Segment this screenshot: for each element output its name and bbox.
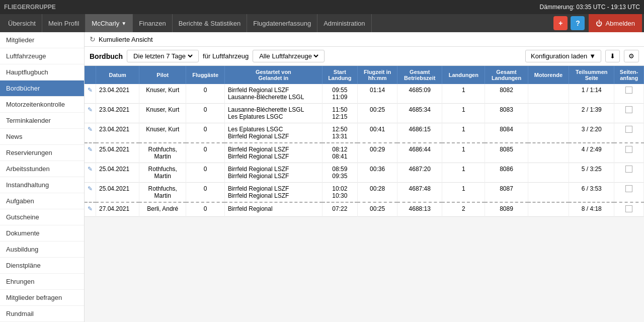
sidebar-item-hauptflugbuch[interactable]: Hauptflugbuch bbox=[0, 64, 84, 80]
edit-icon[interactable]: ✎ bbox=[88, 146, 93, 153]
aircraft-dropdown[interactable]: Alle LuftfahrzeugeHB-ABCHB-DEF bbox=[257, 52, 320, 60]
period-select[interactable]: Die letzten 7 TageHeuteLetzte WocheLetzt… bbox=[127, 50, 199, 62]
teilsummen-cell: 1 / 1:14 bbox=[569, 84, 614, 104]
flugzeit-cell: 00:36 bbox=[357, 163, 397, 183]
route-cell: Birrfeld Regional LSZFBirrfeld Regional … bbox=[224, 143, 322, 163]
col-gesamt-land: GesamtLandungen bbox=[485, 66, 528, 84]
seitenanfang-checkbox[interactable] bbox=[625, 166, 632, 173]
help-button[interactable]: ? bbox=[571, 16, 585, 30]
mccharly-dropdown-arrow: ▼ bbox=[121, 21, 126, 26]
time-cell: 08:1208:41 bbox=[322, 143, 357, 163]
col-teilsummen: TeilsummenSeite bbox=[569, 66, 614, 84]
seitenanfang-checkbox[interactable] bbox=[625, 146, 632, 153]
fluggaeste-cell: 0 bbox=[186, 123, 225, 143]
edit-icon[interactable]: ✎ bbox=[88, 185, 93, 192]
sidebar-item-aufgaben[interactable]: Aufgaben bbox=[0, 193, 84, 209]
sidebar-item-bordbücher[interactable]: Bordbücher bbox=[0, 80, 84, 97]
top-bar-right: Dämmerung: 03:35 UTC - 19:13 UTC bbox=[540, 4, 640, 11]
edit-cell: ✎ bbox=[85, 202, 96, 217]
seitenanfang-checkbox[interactable] bbox=[625, 205, 632, 212]
flugzeit-cell: 00:25 bbox=[357, 104, 397, 123]
aircraft-select[interactable]: Alle LuftfahrzeugeHB-ABCHB-DEF bbox=[253, 50, 325, 62]
time-cell: 10:0210:30 bbox=[322, 183, 357, 203]
motorende-cell bbox=[528, 143, 569, 163]
edit-cell: ✎ bbox=[85, 143, 96, 163]
col-motorende: Motorende bbox=[528, 66, 569, 84]
gesamt-landungen-cell: 8086 bbox=[485, 163, 528, 183]
datum-cell: 25.04.2021 bbox=[96, 163, 139, 183]
time-cell: 12:5013:31 bbox=[322, 123, 357, 143]
edit-icon[interactable]: ✎ bbox=[88, 126, 93, 133]
seitenanfang-cell bbox=[614, 84, 644, 104]
nav-item-flugdaten[interactable]: Flugdatenerfassung bbox=[247, 14, 317, 32]
sidebar-item-instandhaltung[interactable]: Instandhaltung bbox=[0, 177, 84, 193]
seitenanfang-checkbox[interactable] bbox=[625, 106, 632, 113]
add-button[interactable]: + bbox=[553, 16, 568, 30]
teilsummen-cell: 3 / 2:20 bbox=[569, 123, 614, 143]
edit-icon[interactable]: ✎ bbox=[88, 205, 93, 212]
sidebar-item-motorzeitenkontrolle[interactable]: Motorzeitenkontrolle bbox=[0, 97, 84, 113]
sidebar-item-terminkalender[interactable]: Terminkalender bbox=[0, 113, 84, 129]
edit-cell: ✎ bbox=[85, 163, 96, 183]
sidebar-item-ehrungen[interactable]: Ehrungen bbox=[0, 274, 84, 290]
sidebar-item-dienstpläne[interactable]: Dienstpläne bbox=[0, 258, 84, 274]
datum-cell: 27.04.2021 bbox=[96, 202, 139, 217]
sidebar-item-luftfahrzeuge[interactable]: Luftfahrzeuge bbox=[0, 48, 84, 64]
sidebar: MitgliederLuftfahrzeugeHauptflugbuchBord… bbox=[0, 32, 85, 322]
nav-item-mccharly[interactable]: McCharly ▼ bbox=[86, 14, 133, 32]
table-row: ✎27.04.2021Berli, André0Birrfeld Regiona… bbox=[85, 202, 644, 217]
table-container: Datum Pilot Fluggäste Gestartet vonGelan… bbox=[85, 66, 644, 322]
bordbuch-table: Datum Pilot Fluggäste Gestartet vonGelan… bbox=[85, 66, 644, 217]
motorende-cell bbox=[528, 123, 569, 143]
sidebar-item-rundmail[interactable]: Rundmail bbox=[0, 306, 84, 322]
seitenanfang-checkbox[interactable] bbox=[625, 185, 632, 192]
route-cell: Birrfeld Regional LSZFLausanne-Blécheret… bbox=[224, 84, 322, 104]
table-row: ✎23.04.2021Knuser, Kurt0Birrfeld Regiona… bbox=[85, 84, 644, 104]
route-cell: Birrfeld Regional LSZFBirrfeld Regional … bbox=[224, 163, 322, 183]
sidebar-item-arbeitsstunden[interactable]: Arbeitsstunden bbox=[0, 161, 84, 177]
edit-icon[interactable]: ✎ bbox=[88, 106, 93, 113]
edit-icon[interactable]: ✎ bbox=[88, 87, 93, 94]
sidebar-item-ausbildung[interactable]: Ausbildung bbox=[0, 242, 84, 258]
nav-item-mein-profil[interactable]: Mein Profil bbox=[42, 14, 86, 32]
nav-item-ubersicht[interactable]: Übersicht bbox=[2, 14, 42, 32]
teilsummen-cell: 4 / 2:49 bbox=[569, 143, 614, 163]
motorende-cell bbox=[528, 163, 569, 183]
sidebar-item-reservierungen[interactable]: Reservierungen bbox=[0, 145, 84, 161]
betriebszeit-cell: 4687:48 bbox=[397, 183, 442, 203]
fuer-label: für Luftfahrzeug bbox=[203, 52, 249, 60]
seitenanfang-cell bbox=[614, 183, 644, 203]
sidebar-item-dokumente[interactable]: Dokumente bbox=[0, 225, 84, 242]
nav-item-finanzen[interactable]: Finanzen bbox=[133, 14, 172, 32]
sidebar-item-mitglieder-befragen[interactable]: Mitglieder befragen bbox=[0, 290, 84, 306]
betriebszeit-cell: 4685:34 bbox=[397, 104, 442, 123]
nav-bar: Übersicht Mein Profil McCharly ▼ Finanze… bbox=[0, 14, 644, 32]
gesamt-landungen-cell: 8085 bbox=[485, 143, 528, 163]
edit-icon[interactable]: ✎ bbox=[88, 166, 93, 173]
flugzeit-cell: 00:28 bbox=[357, 183, 397, 203]
motorende-cell bbox=[528, 202, 569, 217]
sidebar-item-gutscheine[interactable]: Gutscheine bbox=[0, 209, 84, 225]
nav-item-berichte[interactable]: Berichte & Statistiken bbox=[173, 14, 248, 32]
download-button[interactable]: ⬇ bbox=[605, 50, 620, 62]
logout-button[interactable]: ⏻ Abmelden bbox=[589, 14, 642, 32]
sidebar-item-news[interactable]: News bbox=[0, 129, 84, 145]
edit-cell: ✎ bbox=[85, 104, 96, 123]
seitenanfang-cell bbox=[614, 202, 644, 217]
settings-button[interactable]: ⚙ bbox=[624, 50, 639, 62]
seitenanfang-checkbox[interactable] bbox=[625, 126, 632, 133]
power-icon: ⏻ bbox=[596, 20, 602, 27]
landungen-cell: 1 bbox=[442, 84, 485, 104]
table-row: ✎23.04.2021Knuser, Kurt0Les Eplatures LS… bbox=[85, 123, 644, 143]
motorende-cell bbox=[528, 183, 569, 203]
teilsummen-cell: 8 / 4:18 bbox=[569, 202, 614, 217]
col-pilot: Pilot bbox=[139, 66, 186, 84]
flugzeit-cell: 00:29 bbox=[357, 143, 397, 163]
sidebar-item-mitglieder[interactable]: Mitglieder bbox=[0, 32, 84, 48]
period-dropdown[interactable]: Die letzten 7 TageHeuteLetzte WocheLetzt… bbox=[131, 52, 194, 60]
nav-item-administration[interactable]: Administration bbox=[317, 14, 371, 32]
table-row: ✎25.04.2021Rothfuchs,Martin0Birrfeld Reg… bbox=[85, 143, 644, 163]
seitenanfang-checkbox[interactable] bbox=[625, 87, 632, 94]
table-header: Datum Pilot Fluggäste Gestartet vonGelan… bbox=[85, 66, 644, 84]
config-button[interactable]: Konfiguration laden ▼ bbox=[525, 50, 601, 62]
